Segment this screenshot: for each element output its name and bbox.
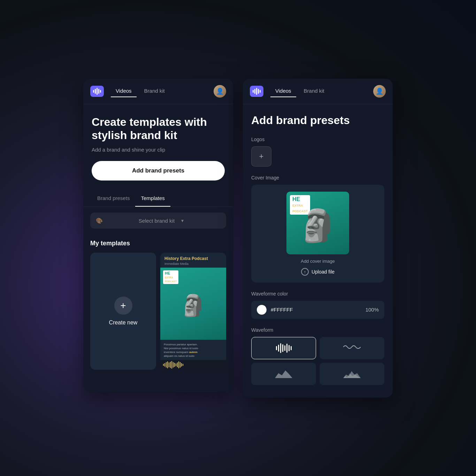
podcast-card-text: Possimus pariatur aperiam. Nisi possimus…	[160, 340, 226, 360]
waveform-style-mountain1[interactable]	[251, 363, 316, 385]
brand-kit-placeholder: Select brand kit	[139, 218, 178, 224]
logos-row: +	[251, 146, 384, 167]
cover-image-box: HE EXTRAPODCAST 🗿 Add cover image ↑ Uplo…	[251, 185, 384, 283]
color-swatch[interactable]	[257, 305, 267, 315]
my-templates-title: My templates	[90, 240, 226, 247]
chevron-down-icon: ▾	[181, 218, 221, 223]
tab-templates[interactable]: Templates	[135, 190, 170, 207]
waveform-color-section: Waveforme color #FFFFFF 100%	[251, 291, 384, 319]
create-plus-icon: +	[114, 297, 132, 315]
waveform-logo-icon	[90, 86, 104, 97]
cover-image-sub-label: Add cover image	[301, 259, 335, 264]
podcast-template-card[interactable]: History Extra Podcast Immediate Media HE…	[160, 253, 226, 370]
right-panel: Videos Brand kit 👤 Add brand presets Log…	[243, 79, 393, 398]
he-logo-small: HE EXTRAPODCAST	[163, 270, 178, 284]
add-brand-presets-button[interactable]: Add brand presets	[92, 161, 225, 181]
color-opacity-value[interactable]: 100%	[366, 307, 379, 313]
avatar-right[interactable]: 👤	[373, 85, 386, 98]
upload-file-label: Upload file	[312, 269, 335, 275]
left-panel: Videos Brand kit 👤 Create templates with…	[83, 79, 233, 392]
podcast-card-title: History Extra Podcast	[164, 256, 222, 261]
waveform-style-wave[interactable]	[320, 337, 384, 359]
left-nav: Videos Brand kit 👤	[83, 79, 233, 104]
waveform-style-bars[interactable]	[251, 337, 316, 359]
waveform-color-label: Waveforme color	[251, 291, 384, 297]
bust-figure-small: 🗿	[180, 293, 206, 318]
waveform-logo-icon-right	[250, 86, 263, 97]
cover-image-section: Cover Image HE EXTRAPODCAST 🗿 Add cover …	[251, 175, 384, 283]
waveform-style-mountain2[interactable]	[320, 363, 384, 385]
create-new-label: Create new	[109, 320, 138, 326]
tab-brand-kit-left[interactable]: Brand kit	[139, 85, 170, 97]
podcast-card-image: HE EXTRAPODCAST 🗿	[160, 268, 226, 340]
palette-icon: 🎨	[96, 217, 135, 224]
upload-icon: ↑	[301, 268, 309, 276]
left-nav-tabs: Videos Brand kit	[111, 85, 209, 97]
templates-grid: + Create new History Extra Podcast Immed…	[90, 253, 226, 370]
add-brand-presets-title: Add brand presets	[251, 114, 384, 127]
cover-podcast-image: HE EXTRAPODCAST 🗿	[286, 192, 349, 254]
create-new-card[interactable]: + Create new	[90, 253, 156, 370]
tab-videos-left[interactable]: Videos	[111, 85, 137, 97]
tab-videos-right[interactable]: Videos	[270, 85, 296, 97]
logos-section: Logos +	[251, 137, 384, 167]
right-nav-tabs: Videos Brand kit	[270, 85, 369, 97]
app-logo	[90, 86, 104, 97]
mountain1-icon	[275, 368, 292, 379]
podcast-card-subtitle: Immediate Media	[164, 262, 222, 266]
podcast-card-header: History Extra Podcast Immediate Media	[160, 253, 226, 267]
logos-label: Logos	[251, 137, 384, 142]
bust-figure-large: 🗿	[298, 207, 337, 244]
waveform-grid	[251, 337, 384, 385]
app-logo-right	[250, 86, 263, 97]
tab-brand-presets[interactable]: Brand presets	[92, 190, 135, 207]
hero-title: Create templates with stylish brand kit	[92, 115, 225, 142]
right-nav: Videos Brand kit 👤	[243, 79, 393, 104]
podcast-text-lines: Possimus pariatur aperiam. Nisi possimus…	[164, 343, 223, 358]
templates-section: My templates + Create new History Extra …	[83, 234, 233, 375]
mountain2-icon	[343, 368, 361, 379]
waveform-style-section: Waveform	[251, 327, 384, 385]
cover-image-label: Cover Image	[251, 175, 384, 181]
panels-container: Videos Brand kit 👤 Create templates with…	[83, 79, 393, 398]
avatar-left[interactable]: 👤	[214, 85, 226, 98]
brand-kit-selector[interactable]: 🎨 Select brand kit ▾	[90, 213, 226, 229]
wave-icon	[343, 343, 361, 353]
podcast-waveform-preview	[160, 360, 226, 370]
right-panel-content: Add brand presets Logos + Cover Image HE…	[243, 104, 393, 398]
color-hex-value[interactable]: #FFFFFF	[271, 307, 361, 313]
bars-icon	[276, 343, 292, 353]
add-logo-button[interactable]: +	[251, 146, 271, 167]
left-hero: Create templates with stylish brand kit …	[83, 104, 233, 189]
left-panel-tabs: Brand presets Templates	[83, 190, 233, 207]
tab-brand-kit-right[interactable]: Brand kit	[299, 85, 329, 97]
upload-file-button[interactable]: ↑ Upload file	[301, 268, 335, 276]
waveform-style-label: Waveform	[251, 327, 384, 333]
hero-subtitle: Add a brand and shine your clip	[92, 147, 225, 153]
color-row: #FFFFFF 100%	[251, 301, 384, 319]
